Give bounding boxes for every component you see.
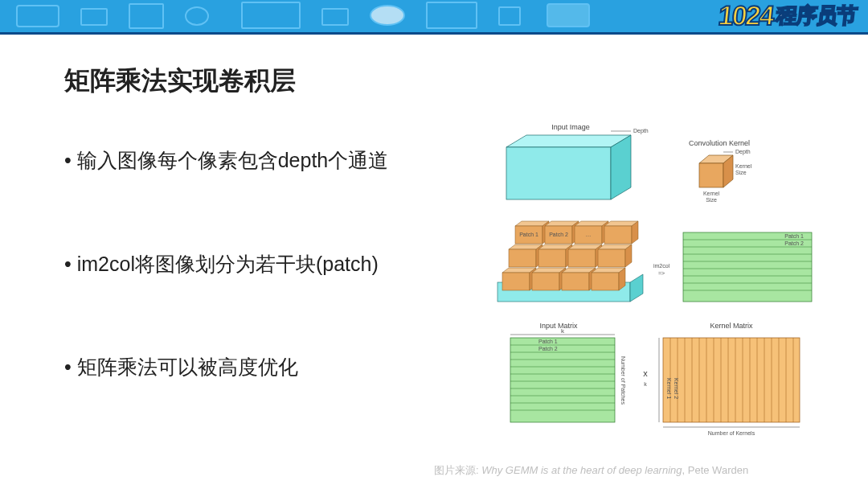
svg-rect-5 [699, 163, 723, 187]
svg-rect-23 [509, 249, 536, 267]
r1-k-depth: Depth [735, 149, 751, 155]
r3-num-patches: Number of Patches [620, 356, 626, 405]
svg-rect-20 [592, 273, 619, 290]
citation-title: Why GEMM is at the heart of deep learnin… [481, 464, 682, 476]
svg-marker-9 [630, 274, 643, 302]
svg-rect-45 [604, 226, 632, 244]
banner-decoration [0, 0, 643, 32]
svg-rect-32 [598, 249, 625, 267]
r2-out-p2: Patch 2 [784, 240, 804, 246]
bullet-3: 矩阵乘法可以被高度优化 [64, 354, 434, 380]
r1-k-size: KernelSize [735, 163, 752, 175]
r2-out-p1: Patch 1 [784, 233, 804, 239]
event-badge: 1024 程序员节 [712, 0, 863, 34]
r3-num-kernels: Number of Kernels [708, 430, 755, 436]
svg-rect-26 [538, 249, 566, 267]
bullet-1: 输入图像每个像素包含depth个通道 [64, 147, 434, 174]
r2-patch2: Patch 2 [549, 232, 568, 237]
svg-rect-68 [663, 338, 800, 422]
r3-p1: Patch 1 [538, 339, 558, 344]
conv-diagram: Input Image Depth Convolution Kernel Dep… [474, 123, 836, 453]
svg-rect-1 [506, 147, 611, 199]
r1-kernel-label: Convolution Kernel [689, 139, 750, 147]
r3-kr1: Kernel 1 [666, 378, 672, 399]
r3-x: x [643, 368, 648, 378]
svg-marker-0 [506, 135, 631, 147]
r1-input-label: Input Image [551, 123, 590, 131]
r3-k2: k [644, 381, 647, 387]
image-citation: 图片来源: Why GEMM is at the heart of deep l… [434, 463, 748, 478]
bullet-list: 输入图像每个像素包含depth个通道 im2col将图像划分为若干块(patch… [64, 147, 434, 458]
diagram-area: Input Image Depth Convolution Kernel Dep… [474, 123, 836, 453]
badge-text: 程序员节 [775, 2, 858, 30]
r3-kr2: Kernel 2 [674, 378, 679, 399]
svg-rect-57 [510, 338, 615, 422]
r1-depth-label: Depth [633, 128, 649, 134]
svg-rect-14 [532, 273, 559, 290]
bullet-2: im2col将图像划分为若干块(patch) [64, 251, 434, 277]
slide-title: 矩阵乘法实现卷积层 [64, 64, 296, 99]
r2-patch1: Patch 1 [519, 232, 538, 237]
r3-p2: Patch 2 [538, 346, 558, 351]
svg-rect-11 [502, 273, 530, 290]
r3-kernel-label: Kernel Matrix [710, 322, 753, 330]
badge-number: 1024 [717, 0, 775, 31]
svg-rect-29 [568, 249, 596, 267]
citation-author: , Pete Warden [682, 464, 749, 476]
svg-rect-17 [562, 273, 589, 290]
r2-im2col: im2col=> [653, 263, 670, 276]
event-banner: 1024 程序员节 [0, 0, 868, 35]
r3-input-label: Input Matrix [539, 322, 578, 330]
r1-k-size2: KernelSize [703, 191, 720, 203]
svg-text:…: … [586, 232, 592, 237]
slide-body: 矩阵乘法实现卷积层 输入图像每个像素包含depth个通道 im2col将图像划分… [0, 35, 868, 489]
citation-prefix: 图片来源: [434, 464, 481, 476]
